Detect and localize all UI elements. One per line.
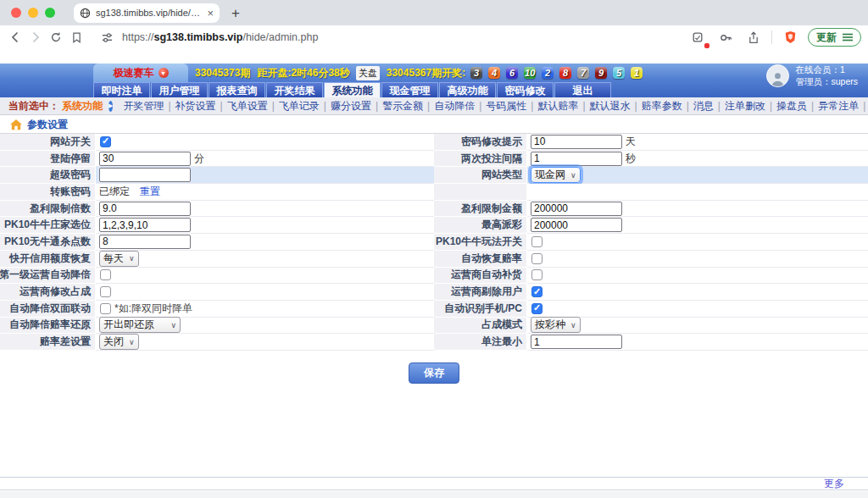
result-ball-9: 9 [595, 67, 607, 79]
chevron-down-icon: ∨ [129, 338, 135, 346]
url-bar[interactable]: https://sg138.timibbs.vip/hide/admin.php [122, 31, 318, 43]
nav-tab-3[interactable]: 报表查询 [209, 82, 265, 97]
back-icon[interactable] [5, 27, 25, 47]
subnav-separator: | [168, 100, 170, 112]
reset-link[interactable]: 重置 [140, 185, 160, 199]
field-value [527, 217, 868, 234]
reload-icon[interactable] [46, 27, 66, 47]
field-checkbox[interactable] [531, 286, 542, 297]
subnav-link-14[interactable]: 操盘员 [776, 100, 807, 112]
field-text-input[interactable] [531, 202, 622, 216]
nav-tab-5[interactable]: 系统功能 [324, 82, 381, 97]
nav-tab-6[interactable]: 现金管理 [381, 82, 438, 97]
field-label: 自动识别手机/PC [434, 301, 527, 318]
subnav-separator: | [479, 100, 481, 112]
subnav-link-11[interactable]: 赔率参数 [642, 100, 682, 112]
subnav-link-12[interactable]: 消息 [693, 100, 714, 112]
browser-tab[interactable]: sg138.timibbs.vip/hide/admin × [74, 3, 220, 23]
field-text-input[interactable] [99, 218, 191, 232]
close-status-badge[interactable]: 关盘 [356, 66, 380, 80]
field-value [527, 234, 868, 251]
field-text-input[interactable] [99, 202, 191, 216]
subnav-link-9[interactable]: 默认赔率 [537, 100, 578, 112]
result-ball-3: 3 [470, 67, 482, 79]
window-zoom-button[interactable] [45, 8, 55, 18]
subnav-link-15[interactable]: 异常注单 [818, 100, 859, 112]
nav-tab-2[interactable]: 用户管理 [151, 82, 208, 97]
save-button[interactable]: 保存 [409, 362, 459, 384]
subnav-link-13[interactable]: 注单删改 [725, 100, 765, 112]
forward-icon[interactable] [25, 27, 46, 47]
chevron-down-icon: ∨ [129, 254, 135, 263]
field-value [96, 201, 434, 218]
brave-shield-icon[interactable] [780, 27, 800, 47]
subnav-link-5[interactable]: 赚分设置 [331, 100, 371, 112]
nav-tab-4[interactable]: 开奖结果 [266, 82, 323, 97]
subnav-link-3[interactable]: 飞单设置 [227, 100, 268, 112]
field-checkbox[interactable] [531, 253, 542, 264]
field-checkbox[interactable] [100, 286, 111, 297]
update-button[interactable]: 更新 [808, 28, 861, 47]
bookmark-icon[interactable] [66, 27, 86, 47]
field-checkbox[interactable] [100, 136, 111, 147]
field-text-input[interactable] [531, 218, 622, 232]
subnav-separator: | [531, 100, 533, 112]
subnav-separator: | [635, 100, 637, 112]
subnav-link-4[interactable]: 飞单记录 [279, 100, 320, 112]
subnav-separator: | [718, 100, 721, 112]
window-close-button[interactable] [11, 8, 21, 18]
subnav-link-8[interactable]: 号码属性 [486, 100, 526, 112]
current-section: 系统功能 [62, 99, 103, 113]
toolbar-divider [771, 30, 772, 44]
subnav-link-2[interactable]: 补货设置 [175, 100, 216, 112]
field-label: 盈利限制倍数 [0, 201, 96, 218]
nav-tab-1[interactable]: 即时注单 [93, 82, 150, 97]
nav-tab-7[interactable]: 高级功能 [439, 82, 496, 97]
field-value [527, 284, 868, 301]
field-value [96, 234, 434, 251]
admin-name: 管理员：supers [795, 76, 858, 86]
field-label: PK10牛牛庄家选位 [0, 217, 96, 234]
field-suffix: 天 [626, 135, 636, 149]
field-checkbox[interactable] [531, 303, 542, 314]
field-label: 占成模式 [434, 318, 527, 335]
field-text-input[interactable] [99, 168, 191, 182]
site-settings-icon[interactable] [97, 27, 117, 47]
field-text-input[interactable] [531, 135, 622, 149]
field-checkbox[interactable] [531, 269, 542, 280]
field-select[interactable]: 关闭∨ [99, 334, 139, 350]
browser-toolbar: https://sg138.timibbs.vip/hide/admin.php… [0, 25, 868, 50]
new-tab-button[interactable]: + [231, 6, 240, 20]
lottery-selector[interactable]: 极速赛车 ▼ [93, 64, 188, 82]
url-host: sg138.timibbs.vip [154, 31, 243, 43]
field-text-input[interactable] [99, 152, 191, 166]
tab-close-icon[interactable]: × [207, 8, 214, 19]
subnav-link-6[interactable]: 警示金额 [382, 100, 423, 112]
field-label: 两次投注间隔 [434, 151, 527, 168]
subnav-link-10[interactable]: 默认退水 [590, 100, 631, 112]
field-checkbox[interactable] [531, 236, 542, 247]
field-text-input[interactable] [99, 235, 191, 249]
home-icon [10, 119, 22, 130]
field-select[interactable]: 按彩种∨ [531, 317, 581, 333]
field-checkbox[interactable] [100, 303, 111, 314]
extension-icon[interactable] [687, 27, 708, 47]
field-checkbox[interactable] [100, 269, 111, 280]
nav-tab-9[interactable]: 退出 [554, 82, 611, 97]
key-icon[interactable] [715, 27, 736, 47]
more-link[interactable]: 更多 [824, 477, 844, 491]
field-text-input[interactable] [531, 335, 622, 349]
field-select[interactable]: 每天∨ [99, 251, 139, 267]
field-note: *如:降双同时降单 [114, 302, 192, 316]
field-select[interactable]: 开出即还原∨ [99, 317, 181, 333]
field-select[interactable]: 现金网∨ [531, 167, 581, 183]
subnav-link-1[interactable]: 开奖管理 [123, 100, 164, 112]
field-value: 每天∨ [96, 251, 434, 268]
field-text-input[interactable] [531, 152, 622, 166]
nav-tab-8[interactable]: 密码修改 [497, 82, 554, 97]
field-value [96, 268, 434, 285]
share-icon[interactable] [743, 27, 764, 47]
subnav-link-7[interactable]: 自动降倍 [434, 100, 475, 112]
window-minimize-button[interactable] [28, 8, 38, 18]
field-label [434, 184, 527, 201]
